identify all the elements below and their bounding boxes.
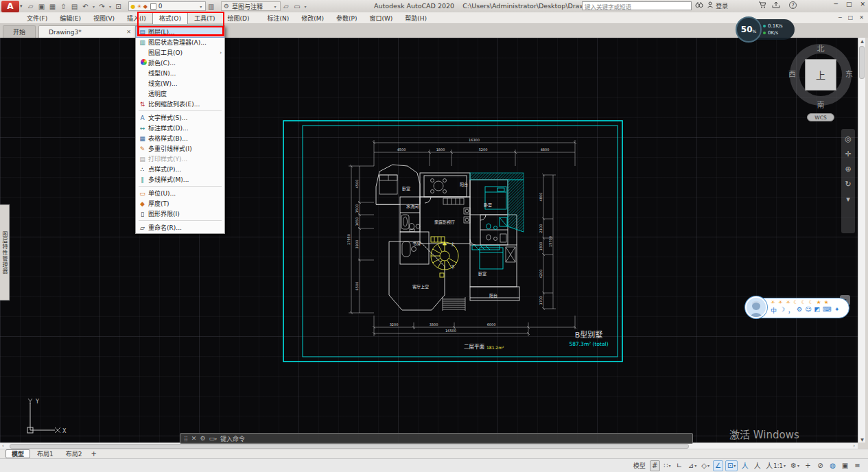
menu-draw[interactable]: 绘图(D) (221, 12, 255, 24)
command-recent-icon[interactable]: ▭▾ (209, 435, 217, 442)
layer-properties-palette-tab[interactable]: 图层特性管理器 (0, 204, 10, 300)
share-icon[interactable] (772, 1, 780, 10)
tab-layout2[interactable]: 布局2 (60, 449, 88, 458)
tab-layout1[interactable]: 布局1 (32, 449, 59, 458)
layer-on-icon[interactable]: ● (131, 3, 136, 10)
customize-icon[interactable]: ≡ (852, 460, 863, 471)
chinese-mode-icon[interactable]: 中 (771, 306, 777, 315)
doc-restore-button[interactable]: □ (848, 14, 854, 21)
wrench-icon[interactable]: ⚙ (797, 306, 802, 315)
search-binoculars-icon[interactable] (695, 1, 703, 10)
redo-icon[interactable]: ↷ (97, 3, 108, 10)
isodraft-icon[interactable]: ◇▾ (700, 460, 711, 471)
workspace-gear-icon[interactable]: ⚙▾ (789, 460, 801, 471)
menu-dimension[interactable]: 标注(N) (261, 12, 295, 24)
tab-start[interactable]: 开始 (3, 25, 36, 38)
menu-window[interactable]: 窗口(W) (363, 12, 399, 24)
menu-item-layer-tools[interactable]: 图层工具(O)› (137, 47, 224, 58)
tab-close-icon[interactable]: ✕ (126, 29, 131, 35)
menu-item-mleader-style[interactable]: ✎多重引线样式(I) (137, 143, 224, 154)
performance-ball[interactable]: 50% (736, 16, 762, 43)
viewcube[interactable]: 北 南 西 东 上 (788, 42, 854, 110)
grid-icon[interactable]: # (650, 460, 660, 471)
export-icon[interactable]: ⇧ (58, 3, 69, 10)
snap-icon[interactable]: ∷▾ (662, 460, 672, 471)
keyboard-icon[interactable]: ⌨ (823, 306, 832, 315)
saveas-icon[interactable]: ▦ (47, 3, 58, 10)
punctuation-icon[interactable]: ， (788, 306, 794, 315)
viewcube-east[interactable]: 东 (845, 68, 853, 79)
command-line[interactable]: ⣿ ✕ ⚙ ▭▾ 键入命令 (180, 433, 693, 444)
layer-thaw-icon[interactable]: ☀ (137, 3, 142, 10)
vertical-scroll-thumb[interactable] (859, 46, 865, 79)
scroll-left-icon[interactable]: ‹ (2, 443, 4, 449)
maximize-button[interactable]: □ (846, 1, 852, 8)
menu-view[interactable]: 视图(V) (87, 12, 121, 24)
isolate-objects-icon[interactable]: ⊘ (815, 460, 825, 471)
menu-item-color[interactable]: 颜色(C)... (137, 58, 224, 68)
menu-tools[interactable]: 工具(T) (188, 12, 222, 24)
preview-icon[interactable]: ⊡ (113, 3, 124, 10)
drawing-canvas[interactable]: 16300 4500 1800 5200 4800 17950 4500 150… (0, 38, 858, 442)
clean-screen-icon[interactable]: ▣ (840, 460, 850, 471)
viewcube-south[interactable]: 南 (788, 99, 854, 110)
annot-scale-icon[interactable]: 人1:1▾ (764, 460, 787, 471)
menu-item-dim-style[interactable]: ↔标注样式(D)... (137, 123, 224, 133)
close-button[interactable]: ✕ (860, 1, 865, 8)
ortho-icon[interactable]: ∟ (675, 460, 685, 471)
menu-modify[interactable]: 修改(M) (295, 12, 330, 24)
tab-model[interactable]: 模型 (5, 449, 30, 458)
menu-item-rename[interactable]: ▱重命名(R)... (137, 222, 224, 233)
wcs-button[interactable]: WCS (807, 113, 834, 121)
command-grip-handle[interactable]: ⣿ (184, 436, 188, 442)
layer-panel-icon[interactable]: ▥ (206, 3, 217, 10)
menu-edit[interactable]: 编辑(E) (54, 12, 87, 24)
open-icon[interactable]: ▱ (25, 3, 36, 10)
menu-item-transparency[interactable]: 透明度 (137, 88, 224, 99)
command-input[interactable]: 键入命令 (220, 434, 245, 443)
viewcube-north[interactable]: 北 (788, 43, 854, 54)
app-logo[interactable]: A (1, 1, 19, 12)
menu-insert[interactable]: 插入(I) (121, 12, 152, 24)
command-close-icon[interactable]: ✕ (191, 435, 197, 442)
ime-toolbar[interactable]: ☀ ☀ ☀ ☾ ☾ ☾ ★ ★ 中 ☽ ， ⚙ ☺ ◩ ⌨ ✦ (745, 296, 849, 319)
annot-visible-icon[interactable]: 人 (740, 460, 750, 471)
menu-help[interactable]: 帮助(H) (399, 12, 433, 24)
annot-auto-icon[interactable]: 人 (752, 460, 762, 471)
doc-close-button[interactable]: ✕ (859, 14, 864, 21)
minimize-button[interactable]: ─ (834, 1, 838, 8)
help-icon[interactable]: ? (789, 1, 797, 9)
tab-drawing3[interactable]: Drawing3* ✕ (38, 25, 141, 38)
menu-item-units[interactable]: ▭单位(U)... (137, 188, 224, 198)
scroll-up-icon[interactable]: ▲ (858, 38, 866, 43)
osnap-icon[interactable]: ⊡▾ (725, 460, 738, 471)
skin-icon[interactable]: ◩ (814, 306, 821, 315)
scroll-right-icon[interactable]: › (853, 443, 855, 449)
moon-icon[interactable]: ☽ (779, 306, 785, 315)
vertical-scrollbar[interactable]: ▲ ▼ (858, 38, 865, 442)
qat-more-icon[interactable]: ▾ (303, 4, 308, 9)
menu-item-scale-list[interactable]: ⇅比例缩放列表(E)... (137, 99, 224, 109)
pan-icon[interactable]: ✛ (845, 150, 851, 158)
menu-item-layer-states[interactable]: ▥图层状态管理器(A)... (137, 37, 224, 47)
emoji-icon[interactable]: ☺ (805, 306, 811, 315)
plot-icon[interactable]: ▤ (69, 3, 80, 10)
save-icon[interactable]: ▣ (36, 3, 47, 10)
menu-item-mline-style[interactable]: ∥多线样式(M)... (137, 174, 224, 185)
statusbar-model-label[interactable]: 模型 (633, 461, 646, 470)
menu-item-point-style[interactable]: ∴点样式(P)... (137, 164, 224, 174)
steering-wheel-icon[interactable]: ◎ (845, 134, 852, 143)
menu-item-lineweight[interactable]: 线宽(W)... (137, 78, 224, 88)
layout-add-icon[interactable]: + (91, 450, 96, 458)
menu-item-table-style[interactable]: ▦表格样式(B)... (137, 133, 224, 143)
search-input[interactable]: 键入关键字或短语 (582, 1, 692, 10)
layer-lock-icon[interactable]: ◆ (143, 3, 148, 10)
menu-file[interactable]: 文件(F) (21, 12, 54, 24)
ime-avatar[interactable] (745, 296, 767, 318)
sheetset-icon[interactable]: ▱ (281, 3, 292, 10)
polar-icon[interactable]: ⊿▾ (687, 460, 698, 471)
scroll-down-icon[interactable]: ▼ (858, 437, 866, 442)
orbit-icon[interactable]: ↻ (845, 180, 851, 189)
command-customize-icon[interactable]: ⚙ (200, 435, 205, 442)
otrack-icon[interactable]: ∠ (713, 460, 723, 471)
